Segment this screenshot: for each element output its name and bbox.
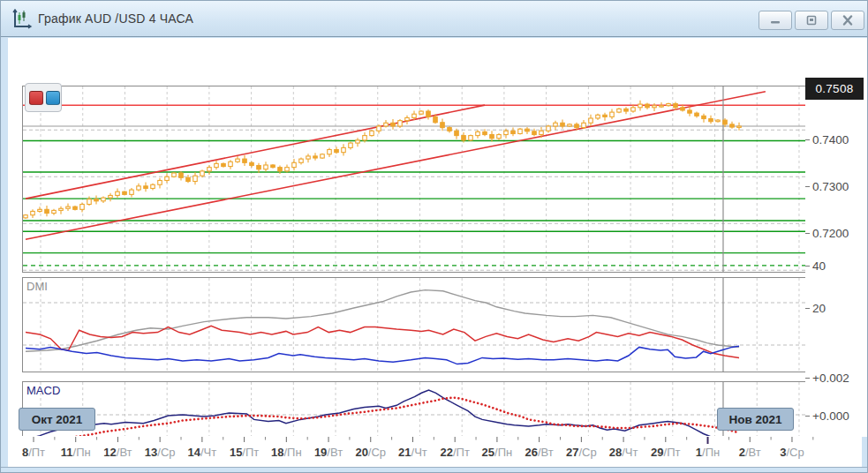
macd-panel-label: MACD [26,384,60,397]
axis-label: 0.7400 [812,133,849,146]
date-label: 29/Пт [651,446,680,459]
axis-tick-mark [805,416,810,417]
price-chart-panel[interactable] [22,86,812,273]
date-label: 25/Пн [482,446,513,459]
minimize-button[interactable] [759,11,792,30]
date-label: 15/Пт [230,446,259,459]
axis-label: 0.7200 [812,227,849,240]
date-label: 26/Вт [525,446,553,459]
month-marker-oct: Окт 2021 [19,408,95,431]
date-label: 14/Чт [188,446,217,459]
date-label: 28/Чт [609,446,638,459]
axis-tick-mark [805,233,810,234]
month-marker-nov: Нов 2021 [717,408,794,431]
date-label: 20/Ср [355,446,386,459]
candlestick-chart-icon [11,9,33,30]
date-label: 21/Чт [398,446,427,459]
date-label: 13/Ср [145,446,176,459]
axis-label: +0.000 [812,409,849,423]
axis-label: 20 [812,302,826,315]
object-toolbar [25,83,62,112]
date-label: 27/Ср [566,446,597,459]
axis-label: +0.002 [812,372,849,385]
current-price-box: 0.7508 [805,78,864,100]
axis-label: 0.7300 [812,180,849,193]
price-axis[interactable]: 0.7508 0.74000.73000.72004020+0.002+0.00… [805,38,868,437]
chart-content-area: DMI MACD Окт 2021 Нов 2021 8/Пт11/Пн12/В… [8,38,862,467]
date-label: 8/Пт [22,446,45,459]
date-label: 1/Пн [696,446,720,459]
date-label: 18/Пн [271,446,302,459]
axis-tick-mark [805,378,810,379]
date-label: 19/Вт [314,446,343,459]
titlebar[interactable]: График AUD /USD 4 ЧАСА [1,1,867,37]
axis-tick-mark [805,308,810,309]
axis-tick-mark [805,266,810,267]
window-frame-bottom [1,467,868,473]
window-title: График AUD /USD 4 ЧАСА [38,11,193,26]
date-label: 3/Ср [780,446,804,459]
red-square-button[interactable] [29,91,43,105]
blue-square-button[interactable] [46,91,60,105]
date-label: 22/Пт [440,446,469,459]
date-label: 11/Пн [61,446,91,459]
dmi-panel-label: DMI [26,280,48,293]
axis-tick-mark [805,186,810,187]
axis-tick-mark [805,139,810,140]
close-button[interactable] [831,11,864,30]
date-label: 2/Вт [739,446,761,459]
date-axis[interactable]: 8/Пт11/Пн12/Вт13/Ср14/Чт15/Пт18/Пн19/Вт2… [8,436,862,467]
axis-label: 40 [812,259,826,273]
chart-window: График AUD /USD 4 ЧАСА DMI MACD Окт 20 [0,0,868,473]
date-label: 12/Вт [103,446,132,459]
restore-button[interactable] [795,11,828,30]
dmi-panel[interactable]: DMI [22,277,812,372]
